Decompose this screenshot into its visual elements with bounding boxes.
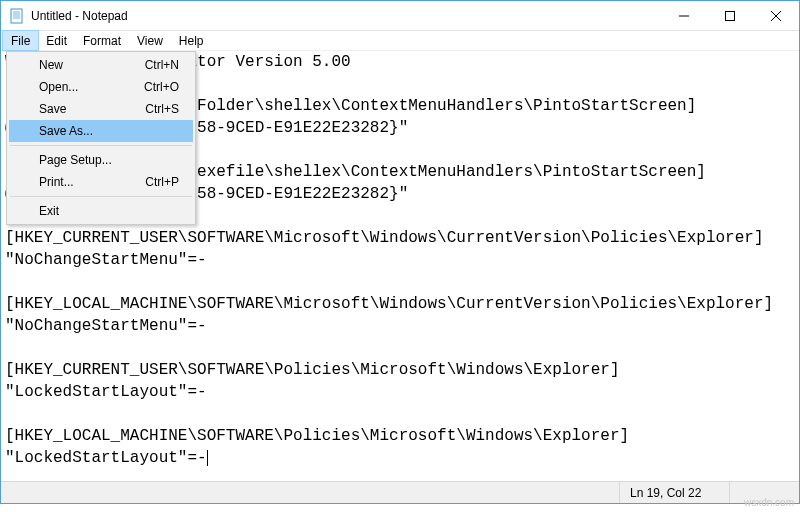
statusbar: Ln 19, Col 22 [1,481,799,503]
file-menu-exit[interactable]: Exit [9,200,193,222]
menu-item-label: Page Setup... [39,153,112,167]
window-title: Untitled - Notepad [31,9,128,23]
menu-item-shortcut: Ctrl+O [144,80,179,94]
file-menu-save[interactable]: SaveCtrl+S [9,98,193,120]
menu-format[interactable]: Format [75,31,129,50]
menu-item-shortcut: Ctrl+N [145,58,179,72]
notepad-window: Untitled - Notepad FileEditFormatViewHel… [0,0,800,504]
menu-file[interactable]: File [3,31,38,50]
menu-item-label: Save As... [39,124,93,138]
titlebar: Untitled - Notepad [1,1,799,31]
watermark: wsxdn.com [744,497,794,508]
file-menu-save-as[interactable]: Save As... [9,120,193,142]
menu-item-shortcut: Ctrl+P [145,175,179,189]
menu-help[interactable]: Help [171,31,212,50]
menu-separator [10,145,192,146]
notepad-icon [9,8,25,24]
file-menu-dropdown: NewCtrl+NOpen...Ctrl+OSaveCtrl+SSave As.… [6,51,196,225]
menu-separator [10,196,192,197]
status-position: Ln 19, Col 22 [619,482,729,503]
svg-rect-6 [726,11,735,20]
menu-edit[interactable]: Edit [38,31,75,50]
menubar: FileEditFormatViewHelp [1,31,799,51]
menu-item-label: Exit [39,204,59,218]
menu-item-label: Print... [39,175,74,189]
minimize-button[interactable] [661,1,707,31]
file-menu-page-setup[interactable]: Page Setup... [9,149,193,171]
menu-view[interactable]: View [129,31,171,50]
menu-item-label: Open... [39,80,78,94]
file-menu-new[interactable]: NewCtrl+N [9,54,193,76]
close-button[interactable] [753,1,799,31]
maximize-button[interactable] [707,1,753,31]
menu-item-label: New [39,58,63,72]
file-menu-print[interactable]: Print...Ctrl+P [9,171,193,193]
file-menu-open[interactable]: Open...Ctrl+O [9,76,193,98]
menu-item-shortcut: Ctrl+S [145,102,179,116]
menu-item-label: Save [39,102,66,116]
